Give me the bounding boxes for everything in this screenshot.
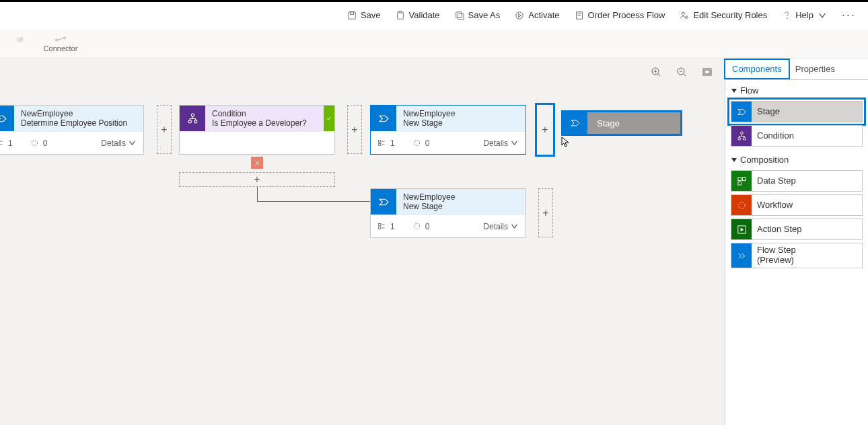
edit-security-roles-button[interactable]: Edit Security Roles	[680, 10, 767, 20]
zoom-controls	[651, 67, 713, 79]
ribbon-secondary: ot Connector	[0, 29, 868, 59]
svg-point-10	[682, 12, 684, 15]
save-as-button[interactable]: Save As	[455, 10, 501, 20]
action-step-icon	[731, 219, 752, 239]
save-button[interactable]: Save	[347, 10, 381, 20]
condition-name: Is Employee a Developer?	[212, 118, 317, 128]
connector-label: Connector	[44, 44, 78, 52]
component-workflow[interactable]: Workflow	[731, 194, 863, 216]
flow-canvas[interactable]: NewEmployee Determine Employee Position …	[0, 59, 725, 425]
drag-ghost-label: Stage	[587, 118, 620, 128]
steps-count: 1	[8, 139, 13, 148]
validate-button[interactable]: Validate	[396, 10, 440, 20]
add-zone[interactable]: +	[157, 105, 172, 154]
check-icon	[324, 106, 334, 131]
component-stage[interactable]: Stage	[731, 101, 863, 122]
order-label: Order Process Flow	[588, 10, 665, 20]
component-data-step[interactable]: Data Step	[731, 170, 863, 192]
stage-node-2[interactable]: NewEmployee New Stage 1 0 Details	[370, 105, 526, 155]
svg-line-16	[658, 74, 660, 76]
condition-label: Condition	[212, 109, 317, 118]
triggers-count: 0	[43, 139, 48, 148]
components-panel: Components Properties Flow Stage Conditi…	[725, 59, 868, 425]
details-toggle[interactable]: Details	[101, 139, 137, 148]
svg-point-29	[191, 114, 194, 116]
connector-button[interactable]: Connector	[40, 35, 81, 52]
fit-screen-button[interactable]	[702, 67, 713, 79]
svg-rect-40	[379, 143, 381, 145]
stage-name: New Stage	[403, 202, 519, 211]
svg-point-28	[32, 140, 37, 145]
stage-name: New Stage	[403, 118, 519, 128]
help-button[interactable]: Help	[782, 10, 827, 20]
zoom-in-button[interactable]	[651, 67, 661, 79]
add-zone[interactable]: +	[347, 105, 362, 154]
delete-branch-icon[interactable]	[251, 157, 263, 169]
svg-rect-1	[350, 11, 353, 14]
zoom-out-button[interactable]	[676, 67, 687, 79]
section-composition[interactable]: Composition	[725, 149, 868, 167]
help-icon	[782, 11, 791, 20]
help-label: Help	[795, 10, 813, 20]
section-flow[interactable]: Flow	[725, 80, 868, 98]
svg-point-47	[414, 223, 419, 229]
tab-components[interactable]: Components	[725, 60, 789, 78]
triggers-count: 0	[425, 139, 430, 148]
svg-point-33	[194, 120, 196, 122]
svg-rect-4	[456, 11, 462, 17]
svg-point-12	[787, 17, 787, 18]
condition-node[interactable]: Condition Is Employee a Developer?	[179, 105, 335, 155]
workflow-icon	[731, 195, 752, 215]
cursor-pointer	[561, 137, 571, 149]
snapshot-button: ot	[0, 35, 40, 52]
activate-button[interactable]: Activate	[515, 10, 559, 20]
condition-icon	[180, 106, 205, 131]
security-label: Edit Security Roles	[693, 10, 767, 20]
validate-icon	[396, 11, 405, 20]
svg-point-11	[686, 15, 688, 18]
component-condition[interactable]: Condition	[731, 125, 863, 147]
stage-node-1[interactable]: NewEmployee Determine Employee Position …	[0, 105, 144, 155]
save-as-label: Save As	[468, 10, 501, 20]
svg-point-6	[516, 11, 523, 19]
svg-line-20	[684, 74, 686, 76]
component-action-step[interactable]: Action Step	[731, 219, 863, 240]
security-icon	[680, 11, 689, 20]
svg-rect-55	[737, 177, 741, 180]
svg-rect-57	[737, 182, 741, 185]
stage-entity: NewEmployee	[403, 109, 519, 118]
save-as-icon	[455, 11, 464, 20]
stage-icon	[0, 106, 14, 131]
save-icon	[347, 11, 357, 20]
order-process-flow-button[interactable]: Order Process Flow	[575, 10, 665, 20]
order-icon	[575, 11, 584, 20]
stage-icon	[371, 106, 396, 131]
triggers-count: 0	[425, 222, 430, 231]
svg-point-32	[188, 120, 191, 122]
add-zone-below[interactable]: +	[179, 172, 335, 187]
add-zone-drop-target[interactable]: +	[535, 103, 555, 157]
stage-name: Determine Employee Position	[21, 118, 137, 128]
activate-label: Activate	[528, 10, 559, 20]
save-label: Save	[361, 10, 381, 20]
tab-properties[interactable]: Properties	[789, 60, 842, 78]
svg-point-52	[743, 137, 746, 140]
stage-node-3[interactable]: NewEmployee New Stage 1 0 Details	[370, 188, 526, 238]
steps-count: 1	[390, 139, 395, 148]
svg-point-42	[414, 140, 419, 145]
details-toggle[interactable]: Details	[483, 139, 519, 148]
component-flow-step[interactable]: Flow Step (Preview)	[731, 243, 863, 268]
stage-entity: NewEmployee	[21, 109, 137, 118]
more-button[interactable]: ···	[842, 8, 856, 22]
activate-icon	[515, 11, 524, 20]
toolbar: Save Validate Save As Activate Order Pro…	[0, 2, 868, 29]
svg-point-13	[56, 39, 58, 41]
steps-count: 1	[390, 222, 395, 231]
details-toggle[interactable]: Details	[483, 222, 519, 231]
svg-point-48	[740, 131, 743, 134]
validate-label: Validate	[409, 10, 440, 20]
svg-rect-38	[379, 140, 381, 142]
svg-point-51	[737, 137, 740, 140]
add-zone[interactable]: +	[538, 188, 553, 237]
svg-rect-56	[742, 177, 746, 180]
